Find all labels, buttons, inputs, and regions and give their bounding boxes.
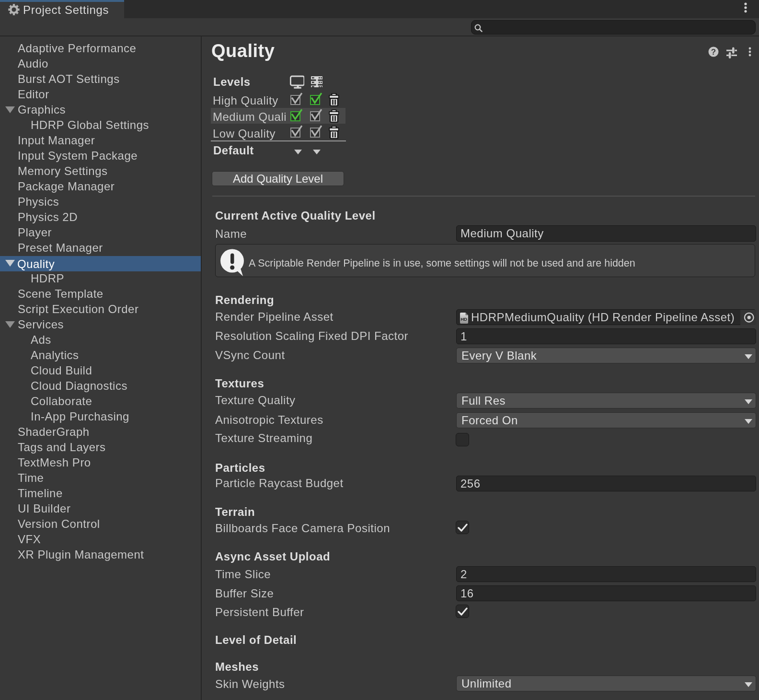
svg-text:HD: HD	[460, 316, 467, 322]
svg-text:?: ?	[711, 47, 716, 57]
